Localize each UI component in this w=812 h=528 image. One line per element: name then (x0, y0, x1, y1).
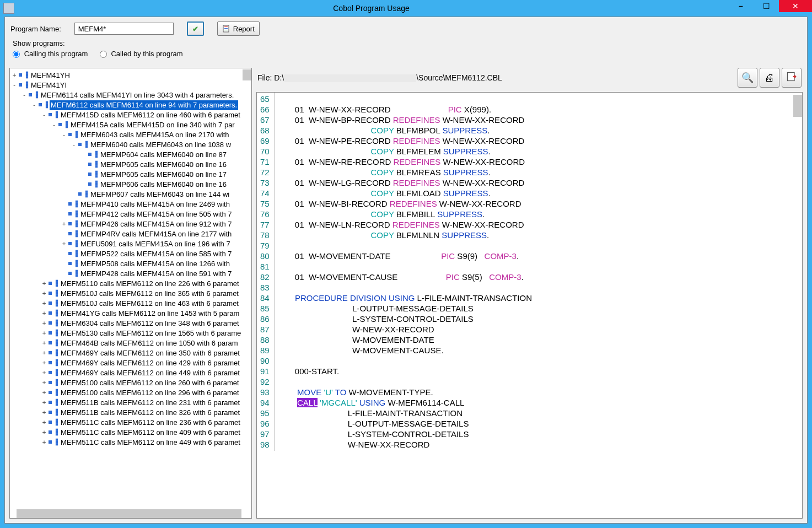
tree-node-label: MEFM511B calls MEFM6112 on line 326 with… (60, 408, 241, 418)
tree-node[interactable]: ·MEFMP605 calls MEFM6040 on line 17 (11, 170, 250, 180)
split-body: +MEFM41YH-MEFM41YI-MEFM6114 calls MEFM41… (5, 63, 807, 523)
tree-node[interactable]: +MEFM511C calls MEFM6112 on line 409 wit… (11, 428, 250, 438)
expand-icon[interactable]: + (61, 239, 67, 249)
tree-node[interactable]: -MEFM6040 calls MEFM6043 on line 1038 w (11, 140, 250, 150)
tree-node[interactable]: -MEFM6114 calls MEFM41YI on line 3043 wi… (11, 90, 250, 100)
program-name-input[interactable] (74, 23, 174, 35)
maximize-button[interactable] (754, 0, 779, 12)
export-button[interactable] (782, 68, 802, 88)
tree-node[interactable]: +MEFM511B calls MEFM6112 on line 231 wit… (11, 398, 250, 408)
tree-node[interactable]: +MEFM5110 calls MEFM6112 on line 226 wit… (11, 279, 250, 289)
tree-node[interactable]: -MEFM6112 calls MEFM6114 on line 94 with… (11, 100, 250, 110)
tree-node[interactable]: -MEFM415A calls MEFM415D on line 340 wit… (11, 120, 250, 130)
line-number: 93 (258, 387, 272, 397)
tree-node[interactable]: ·MEFMP508 calls MEFM415A on line 1266 wi… (11, 259, 250, 269)
tree-node[interactable]: ·MEFMP606 calls MEFM6040 on line 16 (11, 180, 250, 190)
node-icon (49, 111, 58, 119)
tree-node[interactable]: ·MEFMP522 calls MEFM415A on line 585 wit… (11, 249, 250, 259)
tree-node[interactable]: ·MEFMP410 calls MEFM415A on line 2469 wi… (11, 200, 250, 209)
line-number: 67 (258, 115, 272, 125)
tree-node[interactable]: +MEFM511C calls MEFM6112 on line 449 wit… (11, 438, 250, 448)
tree-node[interactable]: +MEFU5091 calls MEFM415A on line 196 wit… (11, 239, 250, 249)
expand-icon[interactable]: + (11, 71, 18, 80)
expand-icon[interactable]: + (41, 398, 47, 408)
collapse-icon[interactable]: - (41, 110, 47, 120)
tree-node-label: MEFM41YI (30, 80, 68, 90)
tree-node[interactable]: +MEFM511B calls MEFM6112 on line 326 wit… (11, 408, 250, 418)
radio-calling-label[interactable]: Calling this program (13, 50, 90, 58)
tree-node[interactable]: +MEFM5100 calls MEFM6112 on line 296 wit… (11, 388, 250, 398)
expand-icon[interactable]: + (41, 309, 47, 319)
collapse-icon[interactable]: - (31, 100, 37, 110)
tree-node[interactable]: +MEFM469Y calls MEFM6112 on line 429 wit… (11, 358, 250, 368)
tree-node[interactable]: +MEFM41YH (11, 71, 250, 80)
tree-node[interactable]: ·MEFMP412 calls MEFM415A on line 505 wit… (11, 209, 250, 219)
radio-called-label[interactable]: Called by this program (100, 50, 183, 58)
expand-icon[interactable]: + (41, 299, 47, 309)
tree-node[interactable]: +MEFM6304 calls MEFM6112 on line 348 wit… (11, 319, 250, 328)
program-name-label: Program Name: (10, 25, 61, 33)
node-icon (49, 320, 58, 327)
code-pane[interactable]: 6566676869707172737475767778798081828384… (256, 92, 803, 519)
tree-node[interactable]: +MEFM510J calls MEFM6112 on line 365 wit… (11, 289, 250, 299)
expand-icon[interactable]: + (41, 358, 47, 368)
show-programs-label: Show programs: (13, 39, 799, 47)
code-line (279, 261, 532, 272)
expand-icon[interactable]: + (41, 418, 47, 428)
collapse-icon[interactable]: - (21, 90, 28, 100)
tree-node-label: MEFM415D calls MEFM6112 on line 460 with… (60, 110, 241, 120)
expand-icon[interactable]: + (41, 289, 47, 299)
node-icon (68, 260, 78, 268)
expand-icon[interactable]: + (41, 428, 47, 438)
expand-icon[interactable]: + (41, 279, 47, 289)
tree-scrollbar-horizontal[interactable] (17, 509, 241, 518)
tree-node[interactable]: +MEFM464B calls MEFM6112 on line 1050 wi… (11, 338, 250, 348)
close-button[interactable] (779, 0, 812, 12)
expand-icon[interactable]: + (41, 378, 47, 388)
tree-node[interactable]: +MEFM510J calls MEFM6112 on line 463 wit… (11, 299, 250, 309)
collapse-icon[interactable]: - (51, 120, 57, 130)
tree-node[interactable]: ·MEFMP604 calls MEFM6040 on line 87 (11, 150, 250, 160)
tree-node[interactable]: +MEFM469Y calls MEFM6112 on line 350 wit… (11, 348, 250, 358)
tree-node[interactable]: -MEFM41YI (11, 80, 250, 90)
find-button[interactable]: 🔍 (738, 68, 757, 88)
tree-pane[interactable]: +MEFM41YH-MEFM41YI-MEFM6114 calls MEFM41… (9, 68, 252, 519)
tree-node[interactable]: +MEFMP426 calls MEFM415A on line 912 wit… (11, 219, 250, 229)
tree-node[interactable]: ·MEFMP607 calls MEFM6043 on line 144 wi (11, 190, 250, 200)
expand-icon[interactable]: + (41, 319, 47, 328)
expand-icon[interactable]: + (41, 338, 47, 348)
line-number: 81 (258, 261, 272, 272)
node-icon (68, 270, 78, 278)
tree-node[interactable]: +MEFM5130 calls MEFM6112 on line 1565 wi… (11, 328, 250, 338)
expand-icon[interactable]: + (41, 368, 47, 378)
code-line: COPY BLFMBPOL SUPPRESS. (279, 125, 532, 136)
search-button[interactable]: ✔ (187, 21, 204, 36)
minimize-button[interactable] (728, 0, 754, 12)
line-number: 71 (258, 157, 272, 167)
report-button[interactable]: Report (217, 21, 260, 36)
tree-node[interactable]: +MEFM41YG calls MEFM6112 on line 1453 wi… (11, 309, 250, 319)
tree-node[interactable]: ·MEFMP4RV calls MEFM415A on line 2177 wi… (11, 229, 250, 239)
collapse-icon[interactable]: - (61, 130, 67, 140)
tree-node[interactable]: +MEFM5100 calls MEFM6112 on line 260 wit… (11, 378, 250, 388)
expand-icon[interactable]: + (41, 328, 47, 338)
tree-node[interactable]: +MEFM469Y calls MEFM6112 on line 449 wit… (11, 368, 250, 378)
expand-icon[interactable]: + (41, 438, 47, 448)
radio-calling[interactable] (13, 51, 20, 58)
collapse-icon[interactable]: - (71, 140, 77, 150)
expand-icon[interactable]: + (41, 388, 47, 398)
tree-node[interactable]: ·MEFMP428 calls MEFM415A on line 591 wit… (11, 269, 250, 279)
expand-icon[interactable]: + (61, 219, 67, 229)
expand-icon[interactable]: + (41, 348, 47, 358)
tree-scrollbar-vertical[interactable] (243, 69, 251, 80)
tree-node[interactable]: -MEFM6043 calls MEFM415A on line 2170 wi… (11, 130, 250, 140)
tree-node[interactable]: ·MEFMP605 calls MEFM6040 on line 16 (11, 160, 250, 170)
expand-icon[interactable]: + (41, 408, 47, 418)
collapse-icon[interactable]: - (11, 80, 18, 90)
radio-called[interactable] (100, 51, 107, 58)
tree-node-label: MEFM5110 calls MEFM6112 on line 226 with… (60, 279, 240, 289)
code-scrollbar-vertical[interactable] (793, 95, 802, 117)
print-button[interactable]: 🖨 (760, 68, 779, 88)
tree-node[interactable]: -MEFM415D calls MEFM6112 on line 460 wit… (11, 110, 250, 120)
tree-node[interactable]: +MEFM511C calls MEFM6112 on line 236 wit… (11, 418, 250, 428)
